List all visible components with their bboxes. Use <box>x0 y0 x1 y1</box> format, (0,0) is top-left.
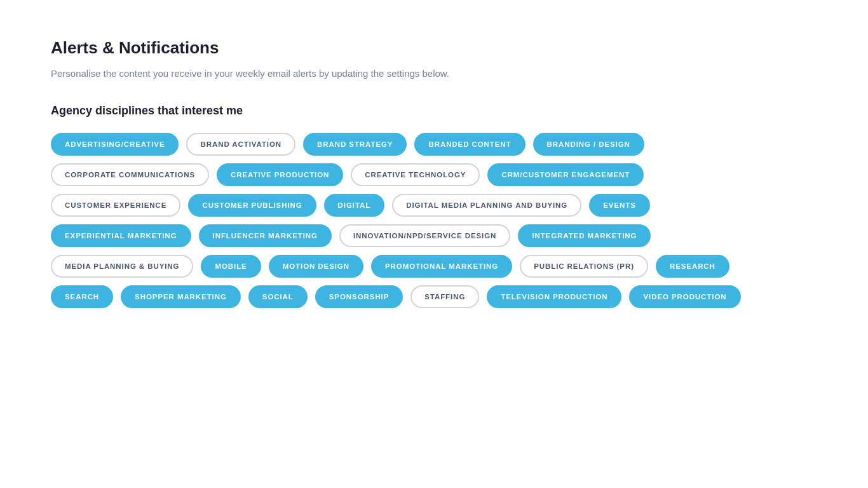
tag-branding-design[interactable]: BRANDING / DESIGN <box>533 133 644 156</box>
tag-crm-customer-engagement[interactable]: CRM/CUSTOMER ENGAGEMENT <box>487 163 644 186</box>
tag-innovation-npd[interactable]: INNOVATION/NPD/SERVICE DESIGN <box>339 224 510 247</box>
tag-social[interactable]: SOCIAL <box>248 285 308 308</box>
tag-brand-activation[interactable]: BRAND ACTIVATION <box>186 133 295 156</box>
tag-branded-content[interactable]: BRANDED CONTENT <box>414 133 525 156</box>
tag-integrated-marketing[interactable]: INTEGRATED MARKETING <box>518 224 651 247</box>
tag-mobile[interactable]: MOBILE <box>201 255 261 278</box>
tag-shopper-marketing[interactable]: SHOPPER MARKETING <box>121 285 241 308</box>
page-description: Personalise the content you receive in y… <box>51 68 817 79</box>
section-title: Agency disciplines that interest me <box>51 104 817 118</box>
tag-promotional-marketing[interactable]: PROMOTIONAL MARKETING <box>371 255 512 278</box>
tag-research[interactable]: RESEARCH <box>656 255 729 278</box>
tag-brand-strategy[interactable]: BRAND STRATEGY <box>303 133 407 156</box>
tag-corporate-communications[interactable]: CORPORATE COMMUNICATIONS <box>51 163 209 186</box>
tag-sponsorship[interactable]: SPONSORSHIP <box>315 285 403 308</box>
tag-events[interactable]: EVENTS <box>589 194 650 217</box>
page-title: Alerts & Notifications <box>51 38 817 58</box>
tag-customer-publishing[interactable]: CUSTOMER PUBLISHING <box>188 194 316 217</box>
tags-container: ADVERTISING/CREATIVEBRAND ACTIVATIONBRAN… <box>51 133 750 308</box>
tag-influencer-marketing[interactable]: INFLUENCER MARKETING <box>199 224 332 247</box>
tag-media-planning-buying[interactable]: MEDIA PLANNING & BUYING <box>51 255 193 278</box>
tag-experiential-marketing[interactable]: EXPERIENTIAL MARKETING <box>51 224 191 247</box>
tag-television-production[interactable]: TELEVISION PRODUCTION <box>487 285 621 308</box>
tag-staffing[interactable]: STAFFING <box>410 285 479 308</box>
tag-customer-experience[interactable]: CUSTOMER EXPERIENCE <box>51 194 180 217</box>
tag-digital[interactable]: DIGITAL <box>324 194 385 217</box>
tag-creative-production[interactable]: CREATIVE PRODUCTION <box>217 163 343 186</box>
tag-search[interactable]: SEARCH <box>51 285 113 308</box>
tag-public-relations[interactable]: PUBLIC RELATIONS (PR) <box>520 255 648 278</box>
tag-digital-media-planning[interactable]: DIGITAL MEDIA PLANNING AND BUYING <box>392 194 581 217</box>
tag-video-production[interactable]: VIDEO PRODUCTION <box>629 285 740 308</box>
tag-motion-design[interactable]: MOTION DESIGN <box>269 255 363 278</box>
tag-creative-technology[interactable]: CREATIVE TECHNOLOGY <box>351 163 480 186</box>
tag-advertising-creative[interactable]: ADVERTISING/CREATIVE <box>51 133 179 156</box>
